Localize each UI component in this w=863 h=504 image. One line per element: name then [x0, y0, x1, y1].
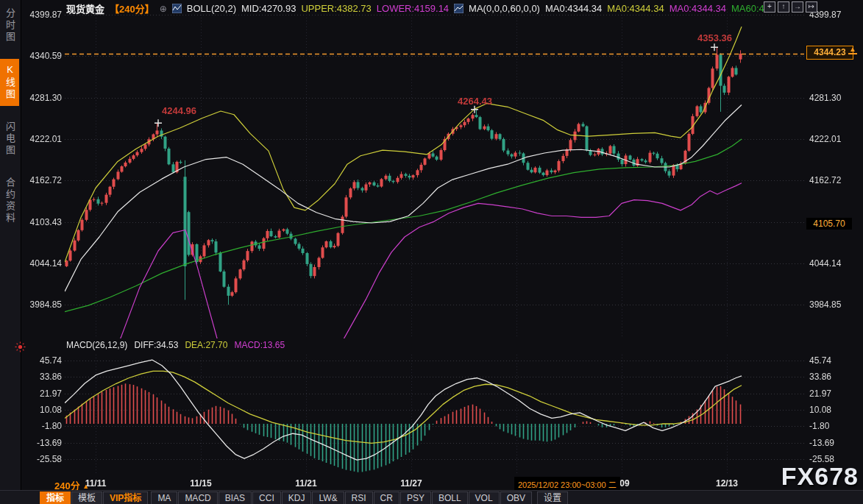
ma60-green-value: MA60:4: [731, 3, 764, 14]
symbol-name: 现货黄金: [66, 1, 104, 15]
macd-macd-value: MACD:13.65: [234, 340, 285, 350]
x-axis-label: 11/21: [295, 478, 316, 489]
boll-lower-value: LOWER:4159.14: [377, 3, 449, 14]
boll-upper-value: UPPER:4382.73: [301, 3, 371, 14]
price-axis-label: 4222.01: [809, 134, 848, 144]
boll-indicator-icon[interactable]: [172, 4, 182, 13]
macd-axis-label: -25.58: [24, 454, 62, 464]
price-axis-label: 3984.85: [24, 299, 62, 310]
sidebar-tab-闪电图[interactable]: 闪电图: [0, 116, 19, 162]
toolbar-button-PSY[interactable]: PSY: [400, 491, 431, 504]
toolbar-button-BIAS[interactable]: BIAS: [219, 491, 252, 504]
chart-header: 现货黄金 【240分】 ⊕ BOLL(20,2) MID:4270.93 UPP…: [66, 1, 764, 15]
link-icon[interactable]: ⊕: [160, 4, 167, 14]
price-axis-label: 4103.43: [24, 217, 62, 227]
zoom-horizontal-icon[interactable]: →: [792, 1, 803, 13]
price-high-annotation: 4353.36: [697, 32, 732, 43]
period-arrow-icon: ▲: [82, 483, 89, 490]
price-high-annotation: 4264.43: [458, 96, 492, 107]
macd-axis-label: 10.08: [809, 405, 848, 415]
macd-label: MACD(26,12,9): [66, 340, 127, 350]
macd-axis-label: -1.80: [24, 421, 62, 431]
x-axis-label: 12/13: [716, 478, 738, 489]
toolbar-button-KDJ[interactable]: KDJ: [282, 491, 312, 504]
toolbar-button-LW&[interactable]: LW&: [312, 491, 344, 504]
macd-axis-label: 10.08: [24, 405, 62, 415]
macd-axis-label: -13.69: [809, 438, 848, 448]
macd-axis-label: -13.69: [24, 438, 62, 448]
x-axis-label: 11/15: [190, 478, 211, 489]
toolbar-button-VIP指标[interactable]: VIP指标: [103, 491, 148, 504]
price-axis-label: 4162.72: [24, 175, 62, 185]
sidebar-tab-K线图[interactable]: K线图: [0, 59, 19, 106]
ma0-yellow-value: MA0:4344.34: [607, 3, 664, 14]
alert-icon[interactable]: [15, 341, 26, 355]
price-axis-label: 3984.85: [809, 299, 848, 310]
toolbar-button-CR[interactable]: CR: [374, 491, 399, 504]
toolbar-button-模板[interactable]: 模板: [71, 491, 102, 504]
zoom-vertical-icon[interactable]: ↑: [778, 1, 789, 13]
price-axis-label: 4340.59: [24, 51, 62, 61]
x-axis-label: 11/27: [400, 478, 422, 489]
shift-right-icon[interactable]: ↦: [806, 1, 817, 13]
trading-app-window: 分时图K线图闪电图合约资料 现货黄金 【240分】 ⊕ BOLL(20,2) M…: [0, 0, 863, 504]
macd-axis-label: 45.74: [24, 355, 62, 366]
ma0-white-value: MA0:4344.34: [545, 3, 602, 14]
toolbar-button-VOL[interactable]: VOL: [469, 491, 500, 504]
macd-diff-value: DIFF:34.53: [134, 340, 178, 350]
timeframe-label[interactable]: 【240分】: [110, 1, 155, 15]
macd-axis-label: 21.97: [24, 388, 62, 399]
indicator-toolbar: 指标模板VIP指标MAMACDBIASCCIKDJLW&RSICRPSYBOLL…: [0, 490, 863, 504]
chart-control-icons: +↑→↦: [764, 1, 817, 13]
toolbar-button-MA[interactable]: MA: [151, 491, 177, 504]
sidebar-tab-合约资料[interactable]: 合约资料: [0, 172, 19, 230]
price-axis-label: 4044.14: [24, 258, 62, 269]
macd-axis-label: 33.86: [809, 372, 848, 382]
brand-watermark: FX678: [781, 462, 859, 491]
toolbar-button-指标[interactable]: 指标: [40, 491, 71, 504]
crosshair-date-tooltip: 2025/12/02 23:00~03:00 二: [514, 477, 620, 491]
macd-axis-label: 21.97: [809, 388, 848, 399]
price-high-annotation: 4244.96: [162, 105, 196, 116]
macd-axis-label: -1.80: [809, 421, 848, 431]
chart-type-sidebar: 分时图K线图闪电图合约资料: [0, 0, 21, 504]
macd-dea-value: DEA:27.70: [185, 340, 227, 350]
level-price-tag: 4105.70: [806, 218, 852, 230]
pan-icon[interactable]: +: [764, 1, 775, 13]
price-axis-label: 4399.87: [24, 10, 62, 20]
boll-label: BOLL(20,2): [187, 3, 236, 14]
macd-axis-label: 45.74: [809, 355, 848, 366]
macd-axis-label: 33.86: [24, 372, 62, 382]
toolbar-button-OBV[interactable]: OBV: [500, 491, 532, 504]
toolbar-button-CCI[interactable]: CCI: [252, 491, 281, 504]
ma0-magenta-value: MA0:4344.34: [670, 3, 726, 14]
current-price-tag: 4344.23: [806, 46, 853, 60]
kline-chart-canvas[interactable]: [0, 0, 863, 504]
price-axis-label: 4162.72: [809, 175, 848, 185]
sidebar-tab-分时图[interactable]: 分时图: [0, 3, 19, 49]
price-axis-label: 4281.30: [809, 93, 848, 103]
toolbar-button-设置[interactable]: 设置: [537, 491, 568, 504]
toolbar-button-BOLL[interactable]: BOLL: [432, 491, 468, 504]
ma-indicator-icon[interactable]: [454, 4, 464, 13]
ma-label: MA(0,0,0,60,0,0): [469, 3, 540, 14]
price-alert-marker-icon[interactable]: ▲: [848, 46, 857, 54]
toolbar-button-MACD[interactable]: MACD: [178, 491, 217, 504]
price-axis-label: 4044.14: [809, 258, 848, 269]
boll-mid-value: MID:4270.93: [241, 3, 296, 14]
macd-header: MACD(26,12,9) DIFF:34.53 DEA:27.70 MACD:…: [66, 340, 285, 350]
toolbar-button-RSI[interactable]: RSI: [345, 491, 373, 504]
price-axis-label: 4222.01: [24, 134, 62, 144]
price-axis-label: 4281.30: [24, 93, 62, 103]
